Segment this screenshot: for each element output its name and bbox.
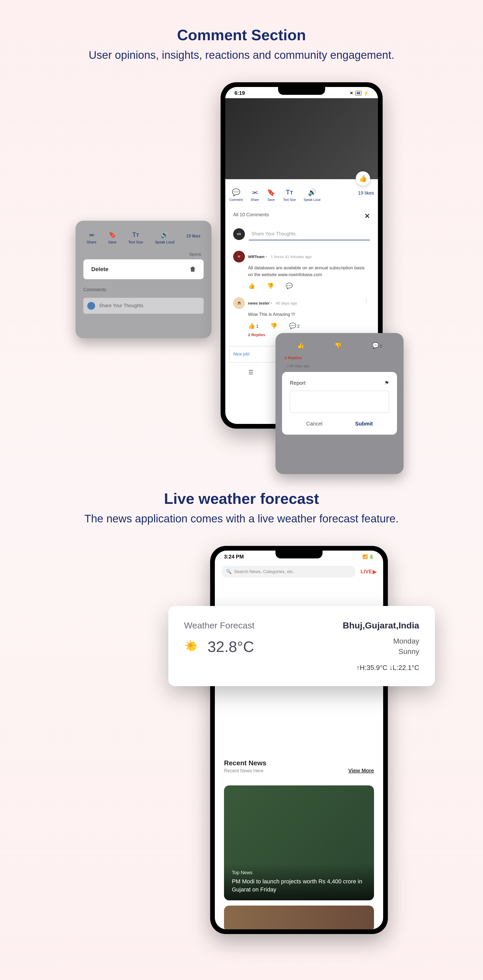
save-action[interactable]: 🔖Save: [108, 231, 116, 244]
article-hero-image: 👍: [225, 98, 378, 179]
news-card[interactable]: Top News PM Modi to launch projects wort…: [224, 786, 374, 900]
comment-author: WRTeam: [248, 255, 265, 259]
share-thoughts-input[interactable]: Share Your Thoughts.: [83, 298, 204, 314]
like-fab[interactable]: 👍: [356, 171, 370, 186]
bookmark-icon: 🔖: [108, 231, 116, 239]
share-action[interactable]: ⫘Share: [86, 231, 96, 244]
sun-icon: [184, 639, 200, 654]
ad-nice: Nice job!: [233, 352, 250, 356]
report-textarea[interactable]: [290, 391, 389, 413]
weather-location: Bhuj,Gujarat,India: [343, 620, 419, 630]
section-title: Live weather forecast: [5, 490, 478, 507]
news-category: Top News: [232, 870, 366, 875]
share-icon: ⫘: [86, 231, 96, 239]
comment-body: All databases are available on an annual…: [248, 264, 370, 278]
thumbs-down-icon[interactable]: 👎: [335, 342, 342, 349]
report-modal: Report ⚑ Cancel Submit: [282, 372, 397, 434]
all-comments-label: All 10 Comments: [233, 212, 269, 220]
comment-icon: 💬: [229, 188, 243, 196]
speak-action[interactable]: 🔊Speak Loud: [304, 188, 320, 202]
save-action[interactable]: 🔖Save: [267, 188, 275, 202]
textsize-action[interactable]: TтText Size: [128, 231, 143, 244]
delete-popup-card: ⫘Share 🔖Save TтText Size 🔊Speak Loud 19 …: [75, 221, 212, 338]
section-title: Comment Section: [5, 26, 478, 44]
more-icon[interactable]: ⋮: [363, 297, 369, 304]
likes-count: 19 likes: [186, 231, 200, 244]
cancel-button[interactable]: Cancel: [306, 421, 322, 427]
thumbs-up-icon[interactable]: 👍: [248, 283, 255, 290]
thumbs-up-icon[interactable]: 👍: [297, 342, 304, 349]
thumbs-down-icon[interactable]: 👎: [267, 283, 274, 290]
weather-phone-frame: 3:24 PM 📶 🔋 🔍 Search News, Categories, e…: [210, 546, 388, 934]
textsize-icon: Tт: [128, 231, 143, 239]
report-popup-card: 👍 👎 💬2 2 Replies • 88 days ago Report ⚑ …: [276, 333, 403, 474]
search-icon: 🔍: [226, 569, 231, 574]
reply-icon[interactable]: 💬2: [372, 342, 382, 349]
status-battery: ✕ 48⚡: [350, 90, 369, 96]
reply-icon[interactable]: 💬2: [289, 323, 300, 329]
nav-menu-icon[interactable]: ☰: [248, 369, 253, 376]
status-time: 6:19: [234, 90, 245, 96]
weather-hilo: ↑H:35.9°C ↓L:22.1°C: [184, 664, 419, 672]
report-label: Report: [290, 380, 306, 386]
thumbs-down-icon[interactable]: 👎: [270, 323, 277, 329]
commenter-avatar: W: [233, 251, 245, 262]
weather-forecast-card: Weather Forecast Bhuj,Gujarat,India 32.8…: [168, 606, 435, 686]
delete-button[interactable]: Delete 🗑: [83, 259, 204, 279]
share-action[interactable]: ⫘Share: [251, 188, 259, 202]
live-badge[interactable]: LIVE▶: [361, 569, 377, 575]
user-avatar: WR: [233, 228, 245, 240]
trash-icon: 🗑: [190, 266, 196, 273]
speak-action[interactable]: 🔊Speak Loud: [155, 231, 175, 244]
commenter-avatar: 👩: [233, 297, 245, 309]
section-subtitle: The news application comes with a live w…: [5, 512, 478, 525]
submit-button[interactable]: Submit: [355, 421, 373, 427]
status-time: 3:24 PM: [224, 554, 244, 560]
comment-time: 40 days ago: [276, 301, 297, 305]
comment-input[interactable]: Share Your Thoughts.: [249, 228, 370, 240]
news-headline: PM Modi to launch projects worth Rs 4,40…: [232, 878, 366, 894]
comments-label: Comments: [83, 287, 204, 293]
share-icon: ⫘: [251, 188, 259, 196]
weather-condition: Sunny: [393, 648, 419, 656]
weather-temperature: 32.8°C: [207, 638, 254, 655]
thumbs-up-icon[interactable]: 👍1: [248, 323, 258, 329]
close-icon[interactable]: ✕: [364, 212, 370, 220]
sponsored-label: Spons: [86, 252, 201, 257]
view-more-link[interactable]: View More: [348, 768, 374, 774]
speak-icon: 🔊: [155, 231, 175, 239]
section-subtitle: User opinions, insights, reactions and c…: [5, 49, 478, 61]
likes-count: 19 likes: [358, 188, 374, 196]
search-input[interactable]: 🔍 Search News, Categories, etc.: [222, 566, 355, 578]
comment-time: 1 hours 41 minutes ago: [271, 255, 312, 259]
weather-day: Monday: [393, 637, 419, 646]
status-icons: 📶 🔋: [362, 554, 374, 560]
reply-icon[interactable]: 💬: [286, 283, 293, 290]
textsize-action[interactable]: TтText Size: [283, 188, 296, 202]
phone-notch: [276, 550, 322, 558]
comment-body: Wow This is Amazing !!!: [248, 311, 370, 318]
bookmark-icon: 🔖: [267, 188, 275, 196]
flag-icon: ⚑: [384, 380, 389, 386]
textsize-icon: Tт: [283, 188, 296, 196]
comment-author: news tester: [248, 301, 270, 305]
weather-title: Weather Forecast: [184, 620, 255, 630]
speak-icon: 🔊: [304, 188, 320, 196]
news-card-secondary[interactable]: [224, 905, 374, 929]
comment-time: • 88 days ago: [287, 364, 392, 368]
recent-news-title: Recent News: [224, 759, 266, 767]
phone-notch: [278, 87, 325, 95]
replies-link[interactable]: 2 Replies: [285, 355, 394, 360]
recent-news-subtitle: Recent News Here: [224, 768, 266, 774]
comment-action[interactable]: 💬Comment: [229, 188, 243, 202]
